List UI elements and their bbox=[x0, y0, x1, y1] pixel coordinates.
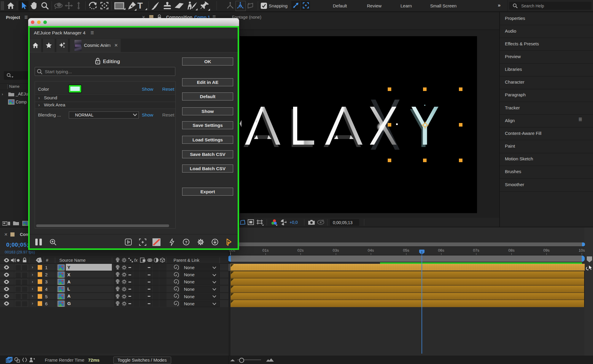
svg-text:?: ? bbox=[185, 240, 187, 245]
